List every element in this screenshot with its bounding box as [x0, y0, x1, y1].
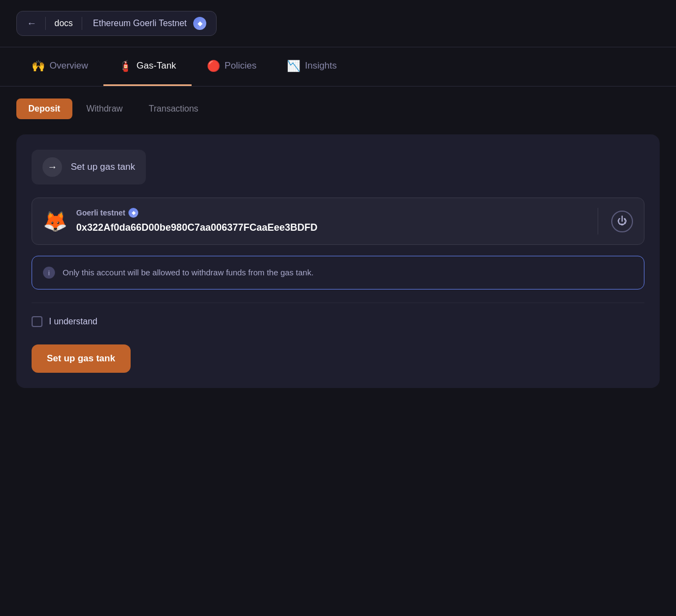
wallet-card: 🦊 Goerli testnet ◆ 0x322Af0da66D00be980C…	[32, 198, 644, 245]
nav-tabs: 🙌 Overview 🧯 Gas-Tank 🔴 Policies 📉 Insig…	[0, 47, 676, 87]
tab-insights-label: Insights	[305, 60, 337, 71]
understand-checkbox[interactable]	[32, 316, 42, 327]
tab-gas-tank-label: Gas-Tank	[137, 60, 176, 71]
eth-symbol: ◆	[198, 20, 202, 27]
wallet-address: 0x322Af0da66D00be980C7aa006377FCaaEee3BD…	[76, 221, 585, 235]
transactions-label: Transactions	[149, 104, 198, 113]
eth-small-icon: ◆	[128, 208, 138, 218]
eth-icon: ◆	[193, 17, 206, 30]
subtab-deposit[interactable]: Deposit	[16, 98, 72, 119]
gas-tank-emoji: 🧯	[119, 59, 132, 72]
info-text: Only this account will be allowed to wit…	[63, 266, 314, 279]
info-symbol: i	[48, 269, 50, 277]
insights-emoji: 📉	[287, 59, 300, 72]
wallet-info: Goerli testnet ◆ 0x322Af0da66D00be980C7a…	[76, 208, 585, 235]
setup-gas-tank-row-btn[interactable]: → Set up gas tank	[32, 150, 146, 184]
overview-emoji: 🙌	[32, 59, 45, 72]
main-content: → Set up gas tank 🦊 Goerli testnet ◆ 0x3…	[0, 119, 676, 403]
network-label: Ethereum Goerli Testnet	[93, 19, 187, 28]
back-button[interactable]: ←	[27, 19, 36, 28]
tab-policies-label: Policies	[225, 60, 257, 71]
info-icon: i	[43, 267, 55, 279]
content-card: → Set up gas tank 🦊 Goerli testnet ◆ 0x3…	[16, 134, 660, 388]
setup-btn-row-label: Set up gas tank	[71, 162, 135, 173]
separator	[32, 303, 644, 303]
tab-gas-tank[interactable]: 🧯 Gas-Tank	[103, 47, 192, 86]
wallet-network: Goerli testnet ◆	[76, 208, 585, 218]
subtab-withdraw[interactable]: Withdraw	[75, 98, 135, 119]
network-name: Goerli testnet	[76, 208, 125, 217]
policies-emoji: 🔴	[207, 59, 220, 72]
power-button[interactable]: ⏻	[611, 211, 633, 232]
withdraw-label: Withdraw	[87, 104, 123, 113]
divider2	[82, 17, 82, 30]
fox-emoji: 🦊	[43, 210, 67, 233]
arrow-right-icon: →	[47, 162, 57, 173]
divider	[45, 17, 46, 30]
checkbox-row: I understand	[32, 316, 644, 327]
tab-overview-label: Overview	[50, 60, 88, 71]
arrow-circle-icon: →	[42, 157, 62, 177]
checkbox-label: I understand	[49, 317, 97, 327]
info-box: i Only this account will be allowed to w…	[32, 256, 644, 289]
docs-label: docs	[54, 19, 73, 28]
deposit-label: Deposit	[28, 104, 60, 113]
subtab-transactions[interactable]: Transactions	[137, 98, 210, 119]
top-bar: ← docs Ethereum Goerli Testnet ◆	[0, 0, 676, 47]
top-bar-inner: ← docs Ethereum Goerli Testnet ◆	[16, 11, 217, 36]
setup-gas-tank-button[interactable]: Set up gas tank	[32, 344, 131, 373]
sub-tabs: Deposit Withdraw Transactions	[0, 87, 676, 119]
eth-small-symbol: ◆	[132, 210, 136, 215]
power-icon: ⏻	[617, 215, 627, 227]
tab-policies[interactable]: 🔴 Policies	[192, 47, 272, 86]
tab-insights[interactable]: 📉 Insights	[272, 47, 352, 86]
tab-overview[interactable]: 🙌 Overview	[16, 47, 103, 86]
wallet-divider	[598, 208, 598, 235]
